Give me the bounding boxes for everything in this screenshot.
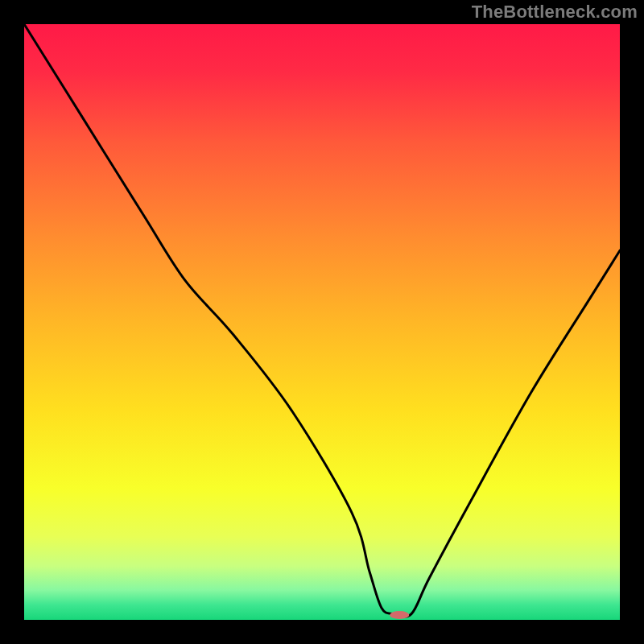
gradient-background	[24, 24, 620, 620]
watermark-text: TheBottleneck.com	[472, 2, 638, 23]
chart-svg	[24, 24, 620, 620]
chart-frame: TheBottleneck.com	[0, 0, 644, 644]
optimum-marker	[390, 611, 409, 619]
plot-area	[24, 24, 620, 620]
